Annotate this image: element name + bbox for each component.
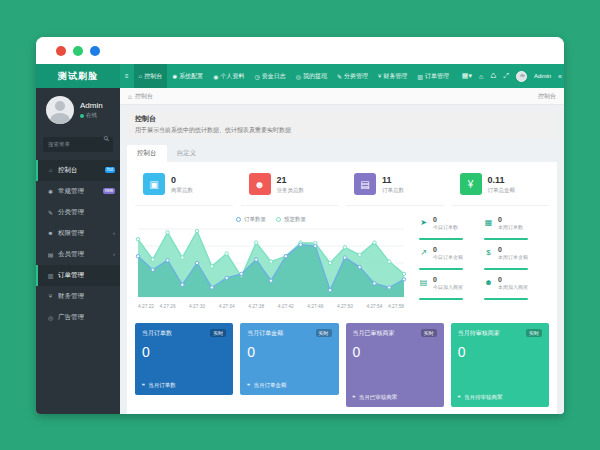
- home-icon[interactable]: ⌂: [479, 73, 483, 80]
- realtime-badge: 实时: [421, 329, 437, 337]
- stat-text: 0.11订单总金额: [488, 175, 516, 194]
- sidebar-item-label: 权限管理: [58, 229, 84, 238]
- sidebar-item-财务管理[interactable]: ¥财务管理: [36, 286, 120, 307]
- dashboard-panel: ▣0商家总数☻21业务员总数▤11订单总数¥0.11订单总金额 订单数量预定数量…: [127, 162, 557, 414]
- mini-text: 0今日订单金额: [433, 246, 463, 260]
- card-footer: ❞当月订单金额: [247, 376, 331, 389]
- trend-icon: ↗: [419, 248, 428, 257]
- tab-自定义[interactable]: 自定义: [167, 145, 207, 162]
- sidebar-item-label: 订单管理: [58, 271, 84, 280]
- topnav-item-我的提现[interactable]: ◎我的提现: [291, 64, 332, 88]
- tab-控制台[interactable]: 控制台: [127, 145, 167, 162]
- legend-item-预定数量[interactable]: 预定数量: [276, 216, 306, 223]
- pen-icon: ✎: [47, 209, 54, 216]
- mini-text: 0今日订单数: [433, 216, 458, 230]
- svg-text:4:27:50: 4:27:50: [337, 304, 353, 309]
- app-logo: 测试刷脸: [36, 64, 120, 88]
- topnav-label: 订单管理: [425, 72, 449, 81]
- top-navigation: ≡⌂控制台✱系统配置◉个人资料◷资金日志◎我的提现✎分类管理¥财务管理▥订单管理: [120, 64, 454, 88]
- stat-value: 0.11: [488, 175, 516, 185]
- avatar[interactable]: [46, 96, 74, 124]
- topnav-label: 个人资料: [220, 72, 244, 81]
- expand-icon[interactable]: ⤢: [503, 72, 509, 80]
- legend-item-订单数量[interactable]: 订单数量: [236, 216, 266, 223]
- trash-icon[interactable]: ♺: [490, 72, 496, 80]
- circle-icon: ◎: [47, 314, 54, 321]
- stat-label: 商家总数: [171, 187, 193, 194]
- card-value: 0: [353, 344, 437, 360]
- circle-icon: ◎: [296, 73, 301, 80]
- topnav-item-menu[interactable]: ≡: [120, 64, 134, 88]
- sidebar-item-会员管理[interactable]: ▤会员管理‹: [36, 244, 120, 265]
- avatar[interactable]: [516, 71, 527, 82]
- card-footer: ❞当月待审核商家: [458, 388, 542, 401]
- card-footer: ❞当月订单数: [142, 376, 226, 389]
- sidebar-item-广告管理[interactable]: ◎广告管理: [36, 307, 120, 328]
- sidebar-item-分类管理[interactable]: ✎分类管理: [36, 202, 120, 223]
- breadcrumb: ⌂ 控制台 控制台: [120, 88, 564, 105]
- header-user-name[interactable]: Admin: [534, 73, 551, 79]
- minimize-button[interactable]: [73, 46, 83, 56]
- stat-label: 业务员总数: [277, 187, 305, 194]
- topnav-label: 系统配置: [179, 72, 203, 81]
- chart-icon: ▥: [47, 272, 54, 279]
- svg-text:4:27:42: 4:27:42: [278, 304, 294, 309]
- topnav-label: 资金日志: [262, 72, 286, 81]
- file-icon: ▤: [354, 173, 376, 195]
- card-value: 0: [142, 344, 226, 360]
- mini-stat-label: 本周订单金额: [498, 254, 528, 260]
- sidebar-item-label: 财务管理: [58, 292, 84, 301]
- card-footer: ❞当月已审核商家: [353, 388, 437, 401]
- sidebar-item-label: 常规管理: [58, 187, 84, 196]
- svg-text:4:27:26: 4:27:26: [160, 304, 176, 309]
- home-icon: ⌂: [128, 93, 132, 100]
- topnav-item-资金日志[interactable]: ◷资金日志: [249, 64, 290, 88]
- intro-description: 用于展示当前系统中的统计数据、统计报表及重要实时数据: [135, 126, 549, 135]
- home-icon: ⌂: [47, 167, 54, 173]
- mini-stat-label: 本周订单数: [498, 224, 523, 230]
- topnav-item-订单管理[interactable]: ▥订单管理: [412, 64, 454, 88]
- topnav-label: 财务管理: [383, 72, 407, 81]
- sidebar-item-控制台[interactable]: ⌂控制台hot: [36, 160, 120, 181]
- mini-text: 0今日加入商家: [433, 276, 463, 290]
- mini-stat-本周订单金额: $0本周订单金额: [484, 246, 549, 276]
- topnav-item-系统配置[interactable]: ✱系统配置: [167, 64, 208, 88]
- topnav-item-财务管理[interactable]: ¥财务管理: [373, 64, 412, 88]
- home-icon: ⌂: [139, 73, 143, 79]
- svg-text:4:27:30: 4:27:30: [189, 304, 205, 309]
- grid-caret-icon[interactable]: ▦▾: [462, 72, 472, 80]
- stats-row: ▣0商家总数☻21业务员总数▤11订单总数¥0.11订单总金额: [135, 169, 549, 206]
- stat-text: 21业务员总数: [277, 175, 305, 194]
- stat-value: 0: [171, 175, 193, 185]
- stat-card-业务员总数: ☻21业务员总数: [241, 169, 339, 206]
- users-icon: ☻: [484, 278, 493, 287]
- paper-plane-icon: ➤: [419, 218, 428, 227]
- calendar-icon: ▤: [419, 278, 428, 287]
- orders-chart: 订单数量预定数量 4:27:224:27:264:27:304:27:344:2…: [135, 216, 407, 315]
- sidebar-item-常规管理[interactable]: ✱常规管理new: [36, 181, 120, 202]
- card-footer-label: 当月订单金额: [253, 382, 286, 389]
- card-footer-label: 当月待审核商家: [464, 394, 503, 401]
- sidebar-item-label: 会员管理: [58, 250, 84, 259]
- idcard-icon: ▤: [47, 251, 54, 258]
- card-title: 当月已审核商家: [353, 329, 395, 338]
- mini-text: 0本周订单数: [498, 216, 523, 230]
- mini-underline: [419, 268, 463, 270]
- mini-text: 0本周加入商家: [498, 276, 528, 290]
- close-button[interactable]: [56, 46, 66, 56]
- sidebar-item-订单管理[interactable]: ▥订单管理: [36, 265, 120, 286]
- card-footer-label: 当月已审核商家: [359, 394, 398, 401]
- topnav-item-个人资料[interactable]: ◉个人资料: [208, 64, 249, 88]
- share-icon[interactable]: «: [558, 73, 562, 80]
- maximize-button[interactable]: [90, 46, 100, 56]
- users-icon: ☻: [249, 173, 271, 195]
- legend-label: 订单数量: [244, 216, 266, 223]
- topnav-item-分类管理[interactable]: ✎分类管理: [332, 64, 373, 88]
- topnav-item-控制台[interactable]: ⌂控制台: [134, 64, 168, 88]
- sidebar-item-label: 广告管理: [58, 313, 84, 322]
- mini-stat-label: 今日订单数: [433, 224, 458, 230]
- sidebar-item-权限管理[interactable]: ☻权限管理‹: [36, 223, 120, 244]
- svg-text:4:27:34: 4:27:34: [219, 304, 235, 309]
- card-title: 当月订单数: [142, 329, 172, 338]
- yen-icon: ¥: [47, 293, 54, 299]
